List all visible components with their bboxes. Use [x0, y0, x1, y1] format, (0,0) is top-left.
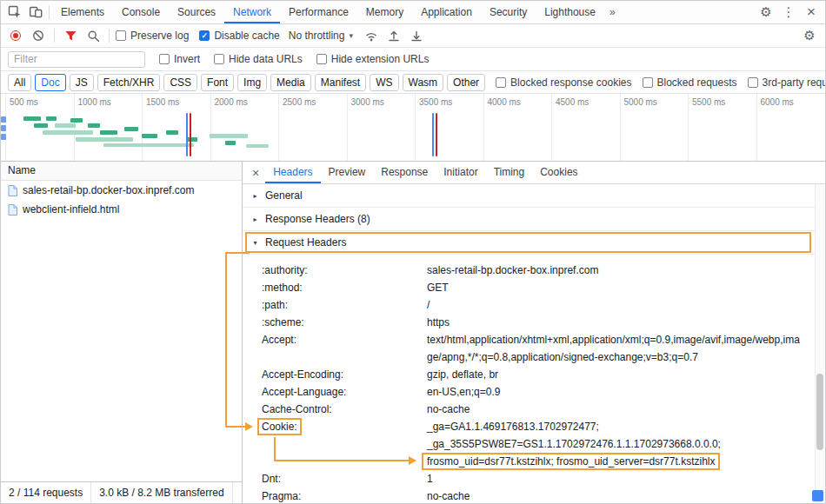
timeline-bar [23, 116, 41, 121]
timeline-overview[interactable]: 500 ms1000 ms1500 ms2000 ms2500 ms3000 m… [1, 94, 825, 162]
inspect-element-icon[interactable] [4, 2, 25, 23]
section-general[interactable]: ▸ General [243, 184, 825, 208]
tab-security[interactable]: Security [481, 1, 536, 23]
third-party-requests-checkbox[interactable]: 3rd-party requests [748, 76, 826, 89]
timeline-bar [46, 116, 57, 121]
tab-performance[interactable]: Performance [280, 1, 357, 23]
document-icon [8, 204, 17, 216]
tab-headers[interactable]: Headers [265, 162, 320, 183]
hide-data-urls-checkbox[interactable]: Hide data URLs [214, 53, 303, 65]
filter-pill-img[interactable]: Img [237, 74, 267, 91]
filter-pill-all[interactable]: All [8, 74, 31, 91]
search-icon[interactable] [83, 26, 103, 45]
checkbox-label: 3rd-party requests [763, 76, 826, 89]
document-icon [8, 185, 17, 196]
filter-pill-wasm[interactable]: Wasm [403, 74, 444, 91]
network-settings-icon[interactable]: ⚙ [799, 25, 820, 46]
vertical-scrollbar[interactable] [815, 184, 825, 503]
timeline-bar [1, 116, 6, 123]
collapsed-triangle-icon: ▸ [251, 216, 259, 223]
main-tabbar: Elements Console Sources Network Perform… [1, 1, 825, 24]
filter-pill-js[interactable]: JS [70, 74, 94, 91]
device-toolbar-icon[interactable] [25, 2, 46, 23]
header-name: :authority: [243, 262, 427, 279]
filter-input[interactable] [8, 51, 145, 68]
tab-network[interactable]: Network [224, 1, 280, 23]
scroll-down-indicator[interactable] [812, 490, 823, 501]
request-detail-pane: × Headers Preview Response Initiator Tim… [243, 162, 825, 503]
tab-initiator[interactable]: Initiator [436, 162, 485, 183]
filter-pill-fetch-xhr[interactable]: Fetch/XHR [97, 74, 161, 91]
filter-toggle-icon[interactable] [61, 26, 80, 45]
tab-preview[interactable]: Preview [321, 162, 374, 183]
checkbox-label: Hide data URLs [229, 53, 303, 65]
close-devtools-icon[interactable]: × [801, 2, 822, 23]
settings-icon[interactable]: ⚙ [756, 2, 776, 23]
request-headers-list: :authority: sales-retail-bp.docker-box.i… [243, 255, 825, 503]
blocked-response-cookies-checkbox[interactable]: Blocked response cookies [496, 76, 631, 89]
request-row[interactable]: webclient-infield.html [1, 200, 242, 219]
network-conditions-icon[interactable] [362, 26, 381, 45]
header-row: Accept-Encoding: gzip, deflate, br [243, 366, 825, 383]
hide-extension-urls-checkbox[interactable]: Hide extension URLs [316, 53, 430, 65]
clear-network-log-button[interactable] [29, 26, 48, 45]
tab-console[interactable]: Console [113, 1, 169, 23]
column-header-name[interactable]: Name [1, 162, 242, 181]
filter-pill-doc[interactable]: Doc [35, 74, 65, 91]
transferred-summary: 3.0 kB / 8.2 MB transferred [91, 482, 232, 503]
export-har-icon[interactable] [407, 26, 426, 45]
header-name: Accept-Encoding: [243, 366, 427, 383]
scrollbar-thumb[interactable] [816, 374, 823, 450]
throttling-select[interactable]: No throttling ▾ [283, 28, 358, 43]
header-row: Pragma: no-cache [243, 487, 825, 503]
timeline-tick-label: 3000 ms [351, 97, 384, 107]
blocked-requests-checkbox[interactable]: Blocked requests [643, 76, 737, 89]
record-network-log-button[interactable] [6, 26, 25, 45]
disable-cache-checkbox[interactable]: Disable cache [199, 30, 279, 42]
close-detail-icon[interactable]: × [246, 166, 265, 180]
section-request-headers[interactable]: ▾ Request Headers [243, 231, 825, 255]
filter-pill-css[interactable]: CSS [163, 74, 197, 91]
collapsed-triangle-icon: ▸ [251, 192, 259, 200]
checkbox-label: Preserve log [130, 30, 189, 42]
filter-pill-manifest[interactable]: Manifest [315, 74, 366, 91]
tab-elements[interactable]: Elements [52, 1, 113, 23]
tab-sources[interactable]: Sources [169, 1, 224, 23]
filter-pill-ws[interactable]: WS [370, 74, 398, 91]
invert-checkbox[interactable]: Invert [159, 53, 200, 65]
requests-panel: Name sales-retail-bp.docker-box.inpref.c… [1, 162, 243, 503]
tab-memory[interactable]: Memory [357, 1, 412, 23]
timeline-tick-label: 6000 ms [761, 97, 794, 107]
filter-pill-media[interactable]: Media [270, 74, 311, 91]
tab-timing[interactable]: Timing [486, 162, 533, 183]
more-menu-icon[interactable]: ⋮ [778, 2, 799, 23]
request-row[interactable]: sales-retail-bp.docker-box.inpref.com [1, 181, 242, 200]
header-value: no-cache [427, 487, 825, 503]
devtools-window: Elements Console Sources Network Perform… [0, 0, 826, 504]
import-har-icon[interactable] [384, 26, 403, 45]
header-row: Cache-Control: no-cache [243, 401, 825, 418]
header-name: Cookie: [243, 418, 427, 470]
preserve-log-checkbox[interactable]: Preserve log [116, 30, 189, 42]
checkbox-box [199, 30, 210, 41]
timeline-tick-label: 5500 ms [692, 97, 725, 107]
tab-application[interactable]: Application [412, 1, 481, 23]
section-title: Response Headers (8) [265, 213, 370, 225]
header-row: :path: / [243, 296, 825, 314]
tab-cookies[interactable]: Cookies [532, 162, 585, 183]
network-main-area: Name sales-retail-bp.docker-box.inpref.c… [1, 162, 825, 503]
filter-pill-other[interactable]: Other [447, 74, 485, 91]
header-name: :method: [243, 279, 427, 296]
checkbox-label: Disable cache [214, 30, 279, 42]
timeline-bar [103, 143, 194, 147]
checkbox-label: Invert [174, 53, 200, 65]
section-response-headers[interactable]: ▸ Response Headers (8) [243, 208, 825, 231]
timeline-bar [70, 118, 83, 123]
filter-pill-font[interactable]: Font [201, 74, 234, 91]
divider [109, 29, 110, 43]
more-tabs-icon[interactable]: » [604, 1, 621, 23]
tab-response[interactable]: Response [373, 162, 436, 183]
header-row: :scheme: https [243, 314, 825, 331]
cookie-value-line: frosmo_uid=dsr77t.kstzihlx; frosmo_uid_s… [427, 453, 801, 470]
tab-lighthouse[interactable]: Lighthouse [536, 1, 604, 23]
